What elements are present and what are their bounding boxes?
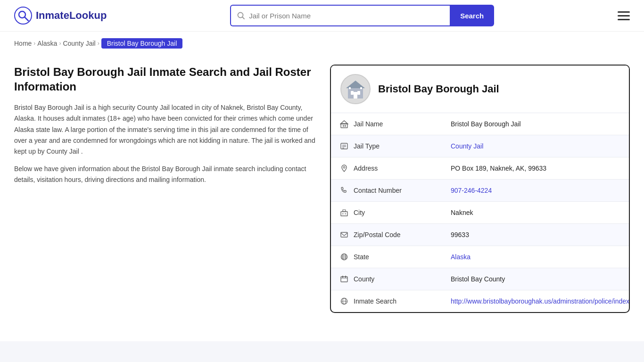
table-value-link[interactable]: County Jail xyxy=(451,142,483,150)
svg-marker-6 xyxy=(346,81,365,88)
table-label-cell: City xyxy=(331,202,442,224)
svg-point-0 xyxy=(15,7,32,24)
description-para-2: Below we have given information about th… xyxy=(14,164,316,185)
svg-line-4 xyxy=(243,17,245,19)
logo-link[interactable]: InmateLookup xyxy=(14,7,107,25)
table-label-cell: Contact Number xyxy=(331,180,442,202)
svg-rect-14 xyxy=(343,125,344,127)
jail-icon xyxy=(339,119,349,129)
table-row: Inmate Searchhttp://www.bristolbayboroug… xyxy=(331,290,630,313)
table-label-cell: Zip/Postal Code xyxy=(331,224,442,246)
svg-rect-25 xyxy=(341,232,347,237)
table-value-cell[interactable]: 907-246-4224 xyxy=(442,180,630,202)
table-label-cell: Jail Type xyxy=(331,135,442,157)
left-content: Bristol Bay Borough Jail Inmate Search a… xyxy=(14,65,316,192)
breadcrumb-sep-3: › xyxy=(98,40,99,47)
search-button[interactable]: Search xyxy=(450,5,494,26)
info-card-title: Bristol Bay Borough Jail xyxy=(378,83,499,95)
table-value-cell: Bristol Bay County xyxy=(442,268,630,290)
phone-icon xyxy=(339,186,349,195)
header: InmateLookup Search xyxy=(0,0,644,32)
search-input[interactable] xyxy=(249,12,444,20)
hamburger-menu[interactable] xyxy=(618,11,630,20)
location-icon xyxy=(339,164,349,173)
svg-rect-15 xyxy=(345,125,346,127)
jail-building-icon xyxy=(344,78,367,100)
row-label: Jail Type xyxy=(354,142,380,150)
breadcrumb: Home › Alaska › County Jail › Bristol Ba… xyxy=(0,32,644,55)
mail-icon xyxy=(339,230,349,239)
table-row: StateAlaska xyxy=(331,246,630,268)
table-row: AddressPO Box 189, Naknek, AK, 99633 xyxy=(331,157,630,180)
search-icon xyxy=(237,11,245,20)
svg-rect-10 xyxy=(349,87,351,89)
table-label-cell: County xyxy=(331,268,442,290)
globe-icon xyxy=(339,252,349,262)
svg-rect-31 xyxy=(341,277,347,282)
row-label: Contact Number xyxy=(354,187,402,194)
footer-bar xyxy=(0,341,644,362)
row-label: State xyxy=(354,253,369,261)
table-label-cell: Jail Name xyxy=(331,113,442,135)
svg-rect-7 xyxy=(351,91,354,95)
table-value-cell[interactable]: Alaska xyxy=(442,246,630,268)
table-row: Contact Number907-246-4224 xyxy=(331,180,630,202)
svg-rect-24 xyxy=(345,213,347,214)
svg-point-20 xyxy=(343,166,345,168)
table-value-link[interactable]: 907-246-4224 xyxy=(451,187,492,194)
table-value-link[interactable]: Alaska xyxy=(451,253,471,261)
info-table: Jail NameBristol Bay Borough JailJail Ty… xyxy=(331,113,630,312)
city-icon xyxy=(339,208,349,217)
row-label: Address xyxy=(354,165,378,172)
main-content: Bristol Bay Borough Jail Inmate Search a… xyxy=(0,55,644,332)
table-value-cell: Bristol Bay Borough Jail xyxy=(442,113,630,135)
county-icon xyxy=(339,274,349,284)
search-input-wrap xyxy=(230,5,450,26)
info-card-header: Bristol Bay Borough Jail xyxy=(331,66,629,113)
logo-icon xyxy=(14,7,32,25)
table-value-link[interactable]: http://www.bristolbayboroughak.us/admins… xyxy=(451,297,630,305)
breadcrumb-sep-2: › xyxy=(59,40,61,47)
row-label: City xyxy=(354,209,365,216)
svg-rect-33 xyxy=(345,276,346,278)
table-label-cell: Inmate Search xyxy=(331,290,442,313)
table-value-cell[interactable]: http://www.bristolbayboroughak.us/admins… xyxy=(442,290,630,313)
row-label: Zip/Postal Code xyxy=(354,231,401,239)
hamburger-line-3 xyxy=(618,19,630,20)
table-label-cell: State xyxy=(331,246,442,268)
svg-rect-11 xyxy=(360,87,362,89)
table-row: Zip/Postal Code99633 xyxy=(331,224,630,246)
breadcrumb-current: Bristol Bay Borough Jail xyxy=(101,38,183,49)
table-label-cell: Address xyxy=(331,157,442,180)
svg-rect-8 xyxy=(357,91,360,95)
list-icon xyxy=(339,141,349,151)
row-label: County xyxy=(354,275,374,283)
table-value-cell[interactable]: County Jail xyxy=(442,135,630,157)
jail-thumbnail xyxy=(340,74,371,104)
info-card: Bristol Bay Borough Jail Jail NameBristo… xyxy=(330,65,630,313)
table-value-cell: PO Box 189, Naknek, AK, 99633 xyxy=(442,157,630,180)
table-row: CountyBristol Bay County xyxy=(331,268,630,290)
breadcrumb-county-jail[interactable]: County Jail xyxy=(63,40,95,47)
breadcrumb-home[interactable]: Home xyxy=(14,40,32,47)
svg-point-3 xyxy=(238,13,243,18)
page-heading: Bristol Bay Borough Jail Inmate Search a… xyxy=(14,65,316,94)
hamburger-line-1 xyxy=(618,11,630,13)
description-para-1: Bristol Bay Borough Jail is a high secur… xyxy=(14,102,316,156)
row-label: Inmate Search xyxy=(354,297,396,305)
svg-rect-9 xyxy=(354,92,357,99)
svg-rect-32 xyxy=(342,276,343,278)
hamburger-line-2 xyxy=(618,15,630,16)
table-value-cell: 99633 xyxy=(442,224,630,246)
logo-text: InmateLookup xyxy=(36,9,107,22)
web-icon xyxy=(339,296,349,306)
svg-line-2 xyxy=(25,17,28,21)
table-row: CityNaknek xyxy=(331,202,630,224)
svg-rect-21 xyxy=(341,212,347,216)
breadcrumb-sep-1: › xyxy=(33,40,35,47)
breadcrumb-alaska[interactable]: Alaska xyxy=(37,40,57,47)
svg-rect-23 xyxy=(342,213,344,214)
table-row: Jail TypeCounty Jail xyxy=(331,135,630,157)
table-row: Jail NameBristol Bay Borough Jail xyxy=(331,113,630,135)
row-label: Jail Name xyxy=(354,120,383,128)
